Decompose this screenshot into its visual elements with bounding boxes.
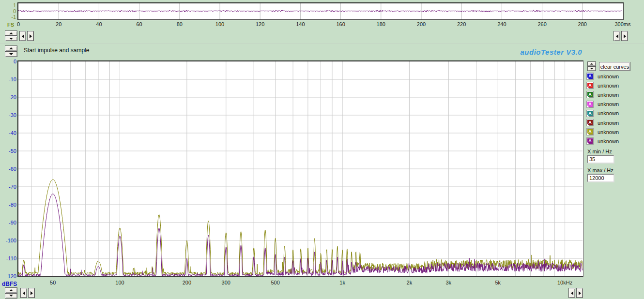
spectrum-pan-left-button[interactable] — [568, 288, 575, 298]
right-arrow-icon — [30, 34, 32, 38]
spectrum-x-tick-label: 500 — [264, 280, 287, 286]
left-arrow-icon — [22, 34, 24, 38]
waveform-x-tick-label: 300ms — [611, 21, 634, 28]
right-arrow-icon — [624, 34, 626, 38]
x-max-label: X max / Hz — [587, 167, 613, 173]
waveform-pan-right-button[interactable] — [621, 31, 628, 41]
spectrum-y-tick-label: 0 — [0, 59, 16, 64]
chip-fold-decoration — [587, 86, 589, 89]
curve-color-chip[interactable]: A — [586, 82, 594, 89]
legend-row: A unknown — [586, 81, 619, 90]
waveform-x-tick-label: 20 — [47, 21, 70, 28]
spectrum-y-tick-label: -70 — [0, 184, 16, 190]
legend-entry-label: unknown — [598, 120, 619, 126]
spectrum-pan-right-button[interactable] — [576, 288, 583, 298]
waveform-x-tick-label: 220 — [450, 21, 473, 28]
curve-color-chip[interactable]: A — [586, 73, 594, 80]
app-title: audioTester V3.0 — [436, 48, 582, 56]
spectrum-x-tick-label: 1k — [331, 280, 354, 286]
clear-curves-button[interactable]: clear curves — [599, 62, 630, 71]
legend-spinner-up-button[interactable] — [587, 61, 596, 66]
legend-entry-label: unknown — [598, 83, 619, 89]
legend-row: A unknown — [586, 100, 619, 109]
up-arrow-icon — [9, 47, 13, 49]
right-arrow-icon — [31, 291, 33, 295]
spectrum-x-tick-label: 300 — [215, 280, 238, 286]
spectrum-x-tick-label: 50 — [41, 280, 64, 286]
spectrum-x-tick-label: 100 — [108, 280, 132, 286]
waveform-scale-up-button[interactable] — [5, 30, 17, 36]
status-text: Start impulse and sample — [24, 47, 89, 54]
legend-entry-label: unknown — [598, 92, 619, 98]
legend-row: A unknown — [586, 90, 619, 99]
curve-color-chip[interactable]: A — [586, 110, 594, 117]
curve-color-chip[interactable]: A — [586, 128, 594, 135]
spectrum-y-tick-label: -60 — [0, 166, 16, 172]
waveform-x-tick-label: 200 — [410, 21, 433, 28]
right-arrow-icon — [579, 291, 581, 295]
waveform-x-tick-label: 80 — [168, 21, 191, 28]
legend-spinner — [587, 61, 596, 71]
spectrum-scroll-right-button[interactable] — [28, 288, 35, 298]
waveform-x-tick-label: 180 — [369, 21, 393, 28]
spectrum-y-tick-label: -50 — [0, 148, 16, 154]
spectrum-y-tick-label: -80 — [0, 202, 16, 208]
waveform-pan-left-button[interactable] — [613, 31, 620, 41]
legend-entry-label: unknown — [598, 138, 619, 144]
spectrum-shift-up-button[interactable] — [5, 287, 17, 293]
spectrum-x-tick-label: 200 — [175, 280, 199, 286]
waveform-x-tick-label: 240 — [490, 21, 513, 28]
waveform-y-tick-label: 0 — [0, 8, 16, 14]
legend-entry-label: unknown — [598, 74, 619, 79]
legend-entry-label: unknown — [598, 101, 619, 107]
spectrum-scale-down-button[interactable] — [5, 51, 17, 57]
spectrum-y-tick-label: -10 — [0, 76, 16, 82]
x-min-input[interactable] — [587, 155, 614, 164]
legend-row: A unknown — [586, 72, 619, 81]
waveform-x-tick-label: 260 — [531, 21, 554, 28]
x-max-input[interactable] — [587, 174, 614, 182]
spectrum-scroll-left-button[interactable] — [20, 288, 27, 298]
chip-fold-decoration — [587, 95, 589, 98]
legend-row: A unknown — [586, 127, 619, 136]
waveform-scroll-left-button[interactable] — [19, 31, 26, 41]
curve-color-chip[interactable]: A — [586, 101, 594, 108]
spectrum-shift-down-button[interactable] — [5, 293, 17, 299]
chip-fold-decoration — [587, 133, 589, 135]
curve-color-chip[interactable]: A — [586, 119, 594, 126]
waveform-strip-canvas — [18, 3, 623, 19]
legend-row: A unknown — [586, 118, 619, 127]
spectrum-y-tick-label: -110 — [0, 255, 16, 261]
waveform-scroll-right-button[interactable] — [27, 31, 34, 41]
curve-color-chip[interactable]: A — [586, 91, 594, 98]
spectrum-scale-up-button[interactable] — [5, 45, 17, 51]
spectrum-y-tick-label: -120 — [0, 273, 16, 279]
chip-fold-decoration — [587, 77, 589, 79]
spectrum-x-tick-label: 5k — [486, 280, 509, 286]
down-arrow-icon — [590, 68, 593, 69]
left-arrow-icon — [571, 291, 573, 295]
spectrum-bottom-spinner — [5, 287, 17, 299]
audiotester-window: 10-1 FS 02040608010012014016018020022024… — [0, 0, 644, 299]
up-arrow-icon — [9, 289, 13, 291]
up-arrow-icon — [590, 63, 593, 64]
down-arrow-icon — [9, 295, 13, 297]
curve-color-chip[interactable]: A — [586, 137, 594, 145]
waveform-strip-plot — [17, 2, 624, 20]
waveform-y-tick-label: 1 — [0, 2, 16, 8]
legend-spinner-down-button[interactable] — [587, 66, 596, 71]
waveform-x-tick-label: 60 — [128, 21, 151, 28]
waveform-scale-down-button[interactable] — [5, 36, 17, 41]
waveform-x-tick-label: 140 — [289, 21, 312, 28]
spectrum-x-tick-label: 2k — [398, 280, 421, 286]
spectrum-y-tick-label: -40 — [0, 130, 16, 136]
x-min-label: X min / Hz — [587, 149, 612, 154]
spectrum-x-tick-label: 10kHz — [553, 280, 577, 286]
waveform-x-tick-label: 100 — [208, 21, 231, 28]
spectrum-plot — [17, 60, 583, 277]
legend-entry-label: unknown — [598, 129, 619, 135]
spectrum-vertical-scale-spinner — [5, 45, 17, 57]
chip-fold-decoration — [587, 142, 589, 144]
legend-row: A unknown — [586, 109, 619, 118]
waveform-x-tick-label: 0 — [7, 21, 30, 28]
